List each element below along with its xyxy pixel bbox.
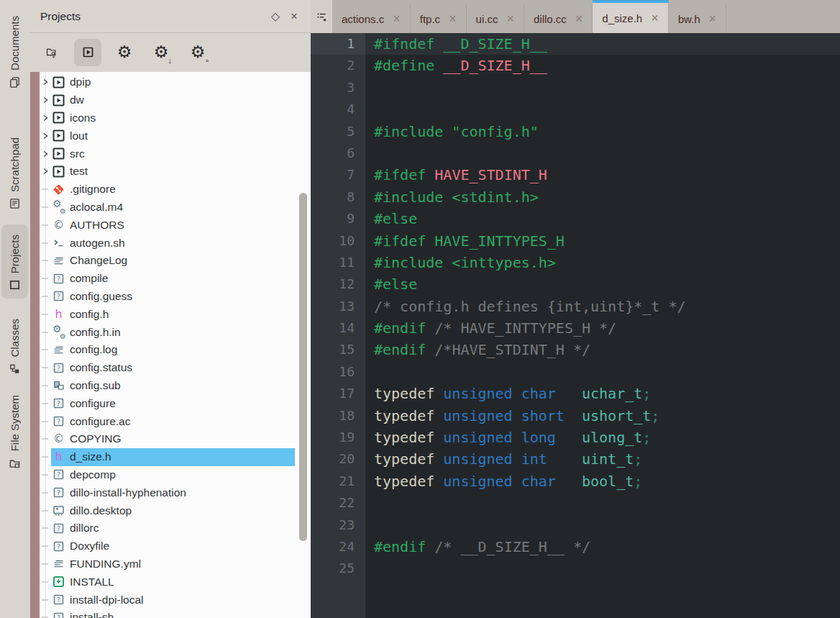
sidebar-tab-documents[interactable]: Documents [1, 6, 28, 96]
open-configuration-button[interactable] [37, 39, 65, 66]
tree-item-gitignore[interactable]: .gitignore [40, 181, 295, 199]
tree-item-dw[interactable]: dw [40, 91, 295, 109]
branch-dash-icon [40, 310, 51, 319]
sidebar-tab-label: Scratchpad [9, 137, 21, 192]
tree-item-config-h[interactable]: hconfig.h [40, 305, 295, 323]
tree-item-content: ⚙⚙aclocal.m4 [51, 199, 295, 217]
tree-item-authors[interactable]: ©AUTHORS [40, 216, 295, 234]
tree-item-label: dillo.desktop [70, 504, 132, 517]
code-line-text [365, 77, 840, 99]
code-line: 16 [311, 361, 840, 383]
expand-chevron-icon[interactable] [40, 78, 51, 86]
tree-item-lout[interactable]: lout [40, 127, 295, 145]
tree-item-label: configure.ac [70, 415, 130, 428]
tree-scrollbar[interactable] [296, 72, 311, 618]
tree-item-configure-ac[interactable]: ?configure.ac [40, 412, 295, 430]
install-selection-button[interactable]: ⚙↓ [147, 39, 175, 66]
project-button[interactable] [74, 39, 101, 66]
tree-item-content: ?Doxyfile [51, 537, 295, 555]
tree-item-configure[interactable]: ?configure [40, 394, 295, 412]
code-line-text: #endif /* HAVE_INTTYPES_H */ [365, 317, 840, 339]
close-icon[interactable]: × [506, 12, 514, 25]
tree-item-copying[interactable]: ©COPYING [40, 430, 295, 448]
branch-dash-icon [40, 489, 51, 497]
code-token: /*HAVE_STDINT_H */ [434, 341, 590, 358]
tree-item-config-log[interactable]: config.log [40, 341, 295, 359]
tree-item-funding-yml[interactable]: FUNDING.yml [40, 555, 295, 573]
code-token: #ifndef __D_SIZE_H__ [374, 35, 547, 53]
line-number: 1 [311, 33, 365, 55]
install-icon [52, 576, 65, 588]
tree-item-autogen-sh[interactable]: autogen.sh [40, 234, 295, 252]
tree-item-compile[interactable]: ?compile [40, 270, 295, 288]
line-number: 2 [311, 55, 365, 76]
tree-item-config-guess[interactable]: ?config.guess [40, 288, 295, 306]
tree-item-dillo-desktop[interactable]: dillo.desktop [40, 501, 295, 519]
tree-item-dillo-install-hyphenation[interactable]: ?dillo-install-hyphenation [40, 483, 295, 501]
tree-item-doxyfile[interactable]: ?Doxyfile [40, 537, 295, 555]
code-line-text [365, 142, 840, 164]
sidebar-tab-projects[interactable]: Projects [1, 224, 28, 299]
prune-selection-button[interactable]: ⚙▫ [184, 39, 211, 66]
window-icon [9, 279, 21, 291]
document-list-button[interactable] [311, 0, 332, 33]
code-line: 23 [311, 514, 840, 536]
svg-text:?: ? [57, 292, 60, 300]
close-button[interactable]: × [285, 7, 303, 26]
editor-tab-ftp-c[interactable]: ftp.c× [411, 4, 467, 33]
code-editor[interactable]: 1#ifndef __D_SIZE_H__2#define __D_SIZE_H… [311, 33, 840, 618]
sidebar-tab-file-system[interactable]: File System [1, 385, 28, 476]
tree-item-content: src [51, 145, 295, 163]
tree-item-config-h-in[interactable]: ⚙⚙config.h.in [40, 323, 295, 341]
panel-title: Projects [40, 10, 266, 23]
code-line: 3 [311, 77, 840, 99]
line-number: 22 [311, 492, 365, 514]
build-button[interactable]: ⚙ [111, 39, 138, 66]
branch-dash-icon [40, 471, 51, 479]
scrollbar-thumb[interactable] [299, 193, 307, 541]
tree-item-dillorc[interactable]: ?dillorc [40, 519, 295, 537]
tree-item-d-size-h[interactable]: hd_size.h [40, 448, 295, 466]
editor-tab-ui-cc[interactable]: ui.cc× [467, 4, 524, 33]
editor-tab-dillo-cc[interactable]: dillo.cc× [524, 4, 593, 33]
expand-chevron-icon[interactable] [40, 167, 51, 176]
close-icon[interactable]: × [575, 12, 583, 25]
tree-item-config-sub[interactable]: config.sub [40, 377, 295, 395]
tree-item-config-status[interactable]: ?config.status [40, 359, 295, 377]
editor-tab-d-size-h[interactable]: d_size.h× [593, 0, 668, 33]
code-line-text: #endif /* __D_SIZE_H__ */ [365, 536, 840, 558]
tree-item-depcomp[interactable]: ?depcomp [40, 466, 295, 484]
text-lines-icon [52, 344, 65, 356]
svg-text:?: ? [57, 489, 60, 496]
tree-item-install-sh[interactable]: ?install-sh [40, 609, 295, 618]
close-icon[interactable]: × [393, 12, 401, 25]
sidebar-tab-scratchpad[interactable]: Scratchpad [1, 127, 28, 217]
expand-chevron-icon[interactable] [40, 96, 51, 104]
tree-item-test[interactable]: test [40, 163, 295, 181]
float-button[interactable]: ◇ [266, 7, 285, 26]
tree-item-install[interactable]: INSTALL [40, 573, 295, 591]
expand-chevron-icon[interactable] [40, 114, 51, 122]
tree-item-content: INSTALL [51, 573, 295, 591]
tree-item-src[interactable]: src [40, 145, 295, 163]
expand-chevron-icon[interactable] [40, 150, 51, 158]
tree-item-icons[interactable]: icons [40, 109, 295, 127]
tree-item-label: config.status [70, 361, 132, 374]
editor-tab-actions-c[interactable]: actions.c× [332, 4, 411, 33]
tree-item-aclocal-m4[interactable]: ⚙⚙aclocal.m4 [40, 199, 295, 217]
sidebar-tab-classes[interactable]: Classes [1, 309, 28, 382]
tree-item-content: test [51, 163, 295, 181]
line-number: 3 [311, 77, 365, 99]
tree-item-dpip[interactable]: dpip [40, 73, 295, 91]
code-line-text [365, 99, 840, 120]
tree-item-changelog[interactable]: ChangeLog [40, 252, 295, 270]
code-token: #ifdef [374, 166, 434, 183]
tree-item-content: hconfig.h [51, 305, 295, 323]
folder-project-icon [52, 76, 65, 88]
tree-item-install-dpi-local[interactable]: ?install-dpi-local [40, 591, 295, 609]
close-icon[interactable]: × [449, 12, 457, 25]
editor-tab-bw-h[interactable]: bw.h× [669, 4, 726, 33]
close-icon[interactable]: × [651, 12, 659, 24]
expand-chevron-icon[interactable] [40, 132, 51, 140]
close-icon[interactable]: × [709, 12, 717, 25]
